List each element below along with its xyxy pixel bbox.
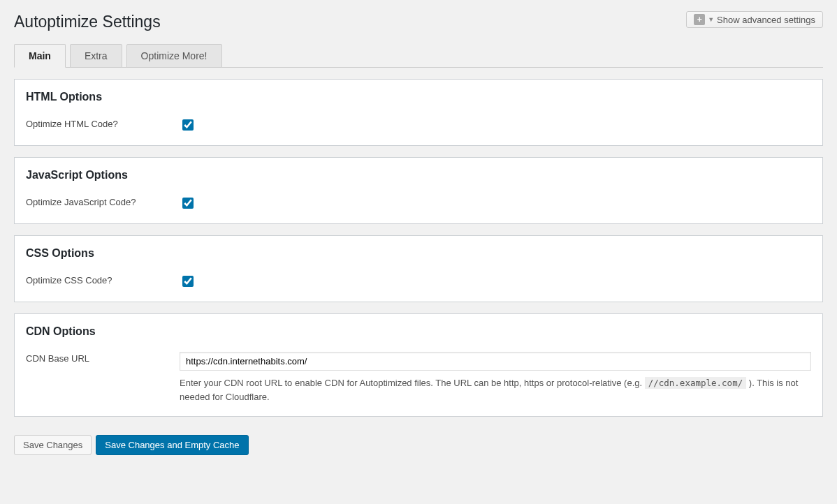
- panel-cdn-options: CDN Options CDN Base URL Enter your CDN …: [14, 313, 823, 417]
- checkbox-optimize-html[interactable]: [182, 119, 194, 131]
- tab-bar: Main Extra Optimize More!: [14, 44, 823, 68]
- save-button[interactable]: Save Changes: [14, 435, 92, 455]
- label-optimize-js: Optimize JavaScript Code?: [26, 195, 180, 207]
- page-title: Autoptimize Settings: [14, 13, 161, 31]
- heading-css-options: CSS Options: [26, 247, 811, 260]
- label-optimize-css: Optimize CSS Code?: [26, 274, 180, 286]
- save-empty-cache-button[interactable]: Save Changes and Empty Cache: [96, 435, 248, 455]
- tab-main[interactable]: Main: [14, 44, 66, 68]
- desc-text-pre: Enter your CDN root URL to enable CDN fo…: [180, 378, 645, 388]
- heading-cdn-options: CDN Options: [26, 325, 811, 338]
- show-advanced-button[interactable]: + ▼ Show advanced settings: [686, 11, 823, 28]
- tab-extra[interactable]: Extra: [70, 44, 122, 68]
- plus-icon: +: [694, 14, 705, 25]
- panel-js-options: JavaScript Options Optimize JavaScript C…: [14, 157, 823, 224]
- desc-code: //cdn.example.com/: [645, 377, 746, 389]
- footer-actions: Save Changes Save Changes and Empty Cach…: [14, 435, 823, 455]
- chevron-down-icon: ▼: [708, 16, 714, 23]
- label-cdn-base-url: CDN Base URL: [26, 352, 180, 364]
- show-advanced-label: Show advanced settings: [717, 15, 815, 25]
- panel-html-options: HTML Options Optimize HTML Code?: [14, 79, 823, 146]
- desc-cdn-base-url: Enter your CDN root URL to enable CDN fo…: [180, 376, 811, 403]
- input-cdn-base-url[interactable]: [180, 352, 811, 371]
- checkbox-optimize-css[interactable]: [182, 276, 194, 287]
- checkbox-optimize-js[interactable]: [182, 198, 194, 209]
- tab-optimize-more[interactable]: Optimize More!: [126, 44, 222, 68]
- panel-css-options: CSS Options Optimize CSS Code?: [14, 235, 823, 302]
- heading-html-options: HTML Options: [26, 91, 811, 103]
- label-optimize-html: Optimize HTML Code?: [26, 117, 180, 129]
- heading-js-options: JavaScript Options: [26, 169, 811, 181]
